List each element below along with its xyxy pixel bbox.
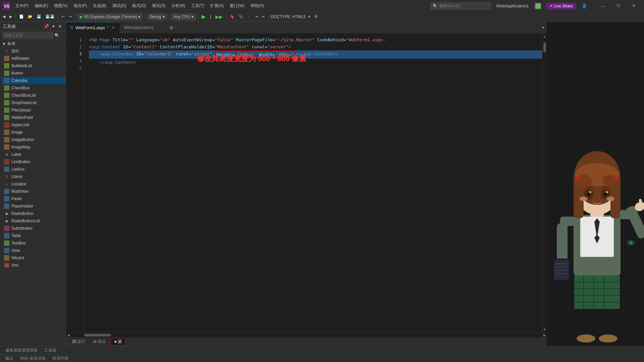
toolbox-item-dropdownlist[interactable]: DropDownList bbox=[1, 99, 66, 106]
toolbox-item-textbox[interactable]: TextBox bbox=[1, 239, 66, 247]
tab-close-button[interactable]: ✕ bbox=[110, 25, 115, 30]
tab-webform1[interactable]: ⚙ WebForm1.aspx * ✕ bbox=[66, 22, 120, 33]
toolbox-settings-button[interactable]: ▾ bbox=[51, 23, 56, 30]
server-explorer-label[interactable]: 服务器资源管理器 bbox=[3, 347, 40, 354]
scrollbar-track[interactable] bbox=[542, 39, 547, 327]
right-scrollbar[interactable]: ▲ ▼ bbox=[542, 34, 547, 332]
menu-edit[interactable]: 编辑(E) bbox=[32, 2, 51, 10]
menu-build[interactable]: 生成(B) bbox=[90, 2, 109, 10]
account-icon[interactable]: 👤 bbox=[579, 2, 590, 10]
scroll-left-button[interactable]: ◀ bbox=[66, 333, 71, 337]
run-config-dropdown[interactable]: ▶ IIS Express (Google Chrome) ▾ bbox=[77, 13, 143, 20]
scroll-right-button[interactable]: ▶ bbox=[542, 333, 547, 337]
web-publish-tab[interactable]: Web 发布活动 bbox=[17, 355, 48, 362]
step2-button[interactable]: ⇥ bbox=[254, 14, 259, 19]
toolbox-item-panel[interactable]: Panel bbox=[1, 195, 66, 202]
tab-webapplication[interactable]: WebApplication1 bbox=[120, 22, 167, 33]
toolbox-item-bulletedlist[interactable]: BulletedList bbox=[1, 62, 66, 70]
forward-button[interactable]: ▶ bbox=[8, 14, 13, 19]
fold-2[interactable]: − bbox=[66, 43, 71, 50]
doctype-settings[interactable]: ⚙ bbox=[313, 14, 319, 19]
menu-extensions[interactable]: 扩展(X) bbox=[208, 2, 226, 10]
toolbox-close-button[interactable]: ✕ bbox=[57, 23, 63, 30]
code-editor[interactable]: − − 1 2 3 4 5 bbox=[66, 34, 542, 332]
toolbox-bottom-tab[interactable]: 工具箱 bbox=[42, 347, 59, 354]
toolbox-item-linkbutton[interactable]: LinkButton bbox=[1, 158, 66, 166]
tab-source[interactable]: ● 源 bbox=[111, 338, 126, 346]
menu-format[interactable]: 格式(O) bbox=[129, 2, 149, 10]
bookmark-button[interactable]: 🔖 bbox=[228, 14, 236, 19]
start-button[interactable]: ▶ bbox=[200, 13, 207, 20]
h-scrollbar-thumb[interactable] bbox=[84, 334, 111, 336]
maximize-button[interactable]: ❐ bbox=[610, 0, 626, 12]
toolbox-item-table[interactable]: Table bbox=[1, 232, 66, 239]
global-search-box[interactable]: 🔍 搜索(Ctrl+Q) bbox=[430, 2, 491, 9]
minimize-button[interactable]: — bbox=[595, 0, 610, 12]
redo-button[interactable]: ↪ bbox=[67, 14, 73, 19]
save-button[interactable]: 💾 bbox=[35, 14, 43, 19]
more-button[interactable]: ⋮ bbox=[246, 14, 252, 19]
toolbox-item-calendar[interactable]: Calendar bbox=[1, 77, 66, 84]
toolbox-item-xml[interactable]: <> Xml bbox=[1, 262, 66, 269]
new-file-button[interactable]: 📄 bbox=[18, 14, 25, 19]
mode-dropdown[interactable]: Debug ▾ bbox=[147, 13, 167, 20]
toolbox-item-imagebutton[interactable]: ImageButton bbox=[1, 136, 66, 143]
h-scrollbar-track[interactable] bbox=[71, 333, 542, 337]
run-all-button[interactable]: ▶▶ bbox=[214, 13, 224, 20]
toolbox-item-fileupload[interactable]: FileUpload bbox=[1, 106, 66, 114]
menu-debug[interactable]: 调试(D) bbox=[110, 2, 129, 10]
platform-dropdown[interactable]: Any CPU ▾ bbox=[171, 13, 196, 20]
fold-4[interactable]: − bbox=[66, 57, 71, 64]
toolbox-item-wizard[interactable]: Wizard bbox=[1, 254, 66, 262]
menu-analyze[interactable]: 分析(N) bbox=[169, 2, 188, 10]
toolbox-item-radiobutton[interactable]: ◉ RadioButton bbox=[1, 210, 66, 217]
open-file-button[interactable]: 📂 bbox=[26, 14, 34, 19]
scrollbar-thumb[interactable] bbox=[543, 42, 546, 52]
menu-window[interactable]: 窗口(W) bbox=[227, 2, 247, 10]
toolbox-item-label[interactable]: A Label bbox=[1, 151, 66, 158]
toolbox-item-literal[interactable]: T Literal bbox=[1, 173, 66, 180]
toolbox-search-input[interactable] bbox=[3, 32, 53, 38]
step-button[interactable]: ⟩ bbox=[208, 13, 213, 20]
tab-design[interactable]: 🖼 设计 bbox=[69, 338, 89, 345]
toolbox-item-adrotator[interactable]: AdRotator bbox=[1, 55, 66, 62]
close-button[interactable]: ✕ bbox=[626, 0, 641, 12]
output-tab[interactable]: 输出 bbox=[3, 355, 16, 362]
toolbox-pin-button[interactable]: 📌 bbox=[42, 23, 50, 30]
toolbox-item-substitution[interactable]: Substitution bbox=[1, 225, 66, 232]
vs-account-icon[interactable] bbox=[534, 2, 542, 10]
menu-view[interactable]: 视图(V) bbox=[51, 2, 70, 10]
toolbox-item-localize[interactable]: L Localize bbox=[1, 180, 66, 188]
menu-test[interactable]: 测试(S) bbox=[149, 2, 168, 10]
attach-button[interactable]: 📎 bbox=[237, 14, 245, 19]
toolbox-item-checkboxlist[interactable]: CheckBoxList bbox=[1, 92, 66, 99]
toolbox-item-button[interactable]: Button bbox=[1, 70, 66, 77]
add-tab-button[interactable]: ⊕ bbox=[167, 22, 176, 33]
menu-file[interactable]: 文件(F) bbox=[13, 2, 31, 10]
undo-button[interactable]: ↩ bbox=[60, 14, 66, 19]
toolbox-item-multiview[interactable]: MultiView bbox=[1, 188, 66, 195]
toolbox-item-radiobuttonlist[interactable]: ◉ RadioButtonList bbox=[1, 217, 66, 225]
toolbox-item-placeholder[interactable]: PlaceHolder bbox=[1, 202, 66, 210]
code-content[interactable]: <%@ Page Title="" Language="vb" AutoEven… bbox=[85, 34, 542, 332]
menu-project[interactable]: 项目(P) bbox=[71, 2, 90, 10]
error-list-tab[interactable]: 错误列表 bbox=[50, 355, 71, 362]
step3-button[interactable]: ⇤ bbox=[261, 14, 266, 19]
horizontal-scrollbar[interactable]: ◀ ▶ bbox=[66, 332, 547, 337]
doctype-dropdown[interactable]: ▾ bbox=[307, 14, 312, 19]
toolbox-item-imagemap[interactable]: ImageMap bbox=[1, 143, 66, 151]
toolbox-item-listbox[interactable]: ListBox bbox=[1, 166, 66, 173]
scroll-down-button[interactable]: ▼ bbox=[542, 327, 547, 332]
back-button[interactable]: ◀ bbox=[1, 14, 7, 19]
toolbox-item-checkbox[interactable]: CheckBox bbox=[1, 84, 66, 92]
toolbox-item-image[interactable]: Image bbox=[1, 129, 66, 136]
live-share-button[interactable]: ↗ Live Share bbox=[546, 3, 576, 9]
toolbox-item-hyperlink[interactable]: HyperLink bbox=[1, 121, 66, 129]
toolbox-item-view[interactable]: View bbox=[1, 247, 66, 254]
toolbox-item-hiddenfield[interactable]: HiddenField bbox=[1, 114, 66, 121]
scroll-up-button[interactable]: ▲ bbox=[542, 34, 547, 39]
menu-tools[interactable]: 工具(T) bbox=[189, 2, 207, 10]
tab-split[interactable]: ⊞ 拆分 bbox=[90, 338, 109, 345]
toolbox-section-header[interactable]: ▼ 标准 bbox=[0, 40, 66, 47]
save-all-button[interactable]: 💾💾 bbox=[44, 14, 56, 19]
